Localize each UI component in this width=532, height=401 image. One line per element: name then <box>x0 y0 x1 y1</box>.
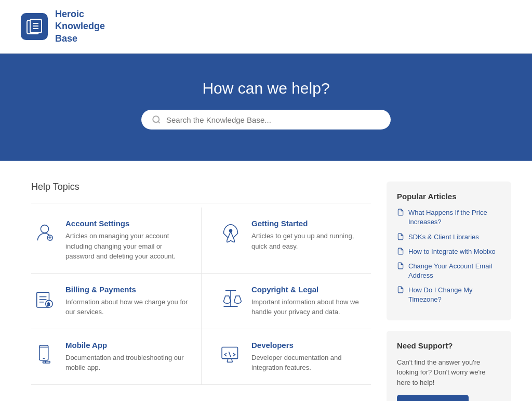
hero-banner: How can we help? <box>0 54 532 161</box>
topic-icon-developer <box>217 341 244 368</box>
svg-text:$: $ <box>47 301 50 306</box>
article-link-text: How to Integrate with Mobixo <box>408 247 496 256</box>
svg-rect-25 <box>222 347 237 358</box>
topic-text: Copyright & Legal Important information … <box>251 285 371 317</box>
section-title: Help Topics <box>31 182 371 192</box>
document-icon <box>397 209 404 216</box>
article-link[interactable]: How Do I Change My Timezone? <box>397 286 501 304</box>
search-input[interactable] <box>166 115 380 124</box>
article-link-text: How Do I Change My Timezone? <box>408 286 501 304</box>
topic-text: Billing & Payments Information about how… <box>65 285 191 317</box>
article-link[interactable]: How to Integrate with Mobixo <box>397 247 501 256</box>
topic-desc: Information about how we charge you for … <box>65 297 191 317</box>
topic-item[interactable]: Account Settings Articles on managing yo… <box>31 208 201 274</box>
article-link[interactable]: Change Your Account Email Address <box>397 262 501 280</box>
svg-rect-19 <box>39 345 48 360</box>
topics-grid: Account Settings Articles on managing yo… <box>31 208 371 385</box>
logo-icon[interactable] <box>21 13 48 40</box>
article-link[interactable]: What Happens If the Price Increases? <box>397 208 501 227</box>
topic-name: Account Settings <box>65 219 191 228</box>
topic-name: Copyright & Legal <box>251 285 371 294</box>
topic-text: Mobile App Documentation and troubleshoo… <box>65 341 191 373</box>
sidebar: Popular Articles What Happens If the Pri… <box>387 182 511 401</box>
topic-desc: Developer documentation and integration … <box>251 353 371 373</box>
topic-icon-billing: $ <box>31 285 58 312</box>
article-link-text: Change Your Account Email Address <box>408 262 501 280</box>
topic-name: Developers <box>251 341 371 350</box>
topic-text: Developers Developer documentation and i… <box>251 341 371 373</box>
topic-desc: Articles to get you up and running, quic… <box>251 231 371 251</box>
popular-articles-box: Popular Articles What Happens If the Pri… <box>387 182 511 320</box>
main-content: Help Topics Account Settings Articles on… <box>0 161 532 401</box>
support-title: Need Support? <box>397 341 501 350</box>
topic-name: Getting Started <box>251 219 371 228</box>
article-link[interactable]: SDKs & Client Libraries <box>397 232 501 242</box>
section-divider <box>31 203 371 203</box>
document-icon <box>397 262 404 269</box>
topic-item[interactable]: Developers Developer documentation and i… <box>201 329 371 385</box>
topic-item[interactable]: Copyright & Legal Important information … <box>201 274 371 329</box>
header: Heroic Knowledge Base <box>0 0 532 54</box>
document-icon <box>397 286 404 293</box>
hero-title: How can we help? <box>202 80 329 97</box>
article-link-text: SDKs & Client Libraries <box>408 232 479 242</box>
articles-list: What Happens If the Price Increases? SDK… <box>397 208 501 305</box>
topic-name: Billing & Payments <box>65 285 191 294</box>
contact-support-button[interactable]: Contact Support <box>397 395 469 401</box>
svg-rect-22 <box>43 361 50 363</box>
topic-icon-mobile <box>31 341 58 368</box>
svg-point-9 <box>229 229 232 232</box>
svg-point-7 <box>41 225 48 233</box>
topic-icon-user <box>31 219 58 246</box>
svg-line-6 <box>158 122 159 123</box>
topic-desc: Articles on managing your account includ… <box>65 231 191 262</box>
need-support-box: Need Support? Can't find the answer you'… <box>387 331 511 401</box>
support-desc: Can't find the answer you're looking for… <box>397 357 501 388</box>
document-icon <box>397 233 404 240</box>
topic-icon-rocket <box>217 219 244 246</box>
topic-item[interactable]: $ Billing & Payments Information about h… <box>31 274 201 329</box>
search-bar <box>141 110 391 130</box>
logo-text: Heroic Knowledge Base <box>55 8 105 45</box>
search-icon <box>152 115 161 124</box>
document-icon <box>397 248 404 255</box>
topic-item[interactable]: Mobile App Documentation and troubleshoo… <box>31 329 201 385</box>
topics-section: Help Topics Account Settings Articles on… <box>31 182 371 401</box>
topic-name: Mobile App <box>65 341 191 350</box>
topic-text: Getting Started Articles to get you up a… <box>251 219 371 251</box>
svg-line-29 <box>232 358 233 362</box>
svg-point-5 <box>153 116 159 122</box>
topic-desc: Documentation and troubleshooting our mo… <box>65 353 191 373</box>
topic-item[interactable]: Getting Started Articles to get you up a… <box>201 208 371 274</box>
topic-desc: Important information about how we handl… <box>251 297 371 317</box>
topic-icon-legal <box>217 285 244 312</box>
svg-line-28 <box>227 358 228 362</box>
article-link-text: What Happens If the Price Increases? <box>408 208 501 227</box>
topic-text: Account Settings Articles on managing yo… <box>65 219 191 262</box>
popular-articles-title: Popular Articles <box>397 192 501 201</box>
